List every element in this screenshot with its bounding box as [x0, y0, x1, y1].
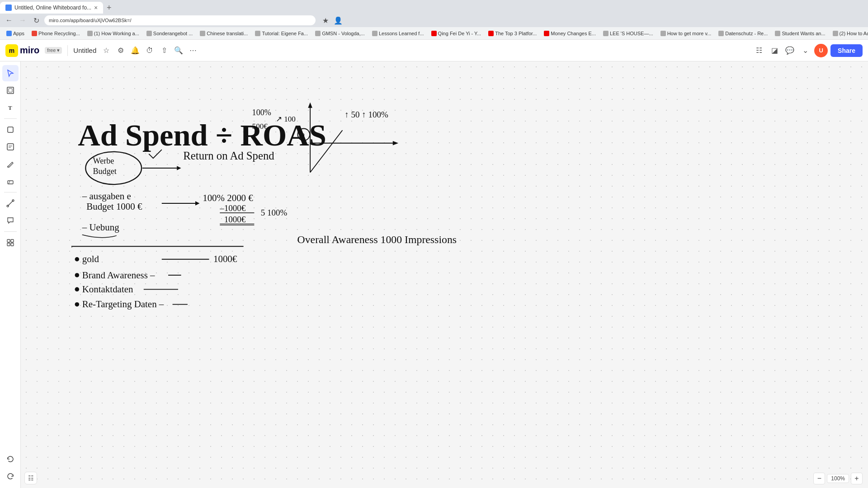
svg-text:– Uebung: – Uebung: [82, 222, 119, 233]
whiteboard-drawing: Ad Spend ÷ ROAS Werbe Budget Return on A…: [21, 61, 868, 488]
undo-tool[interactable]: [2, 451, 19, 467]
profile-btn[interactable]: 👤: [333, 15, 344, 26]
svg-text:– ausgaben e: – ausgaben e: [82, 191, 131, 202]
new-tab-btn[interactable]: +: [103, 2, 115, 14]
bookmark-gmsn[interactable]: GMSN - Vologda,...: [312, 30, 368, 37]
bookmark-btn[interactable]: ★: [320, 15, 331, 26]
pen-tool[interactable]: [2, 156, 19, 172]
export-btn[interactable]: ⇧: [158, 44, 170, 57]
svg-rect-4: [7, 144, 14, 150]
bookmark-money[interactable]: Money Changes E...: [541, 30, 599, 37]
svg-text:Re-Targeting Daten –: Re-Targeting Daten –: [82, 299, 164, 310]
board-title[interactable]: Untitled: [73, 47, 96, 54]
sticky-tool[interactable]: [2, 139, 19, 155]
zoom-plus-btn[interactable]: +: [851, 473, 863, 484]
svg-rect-0: [7, 87, 14, 94]
bookmark-icon: [200, 31, 205, 36]
text-tool[interactable]: T: [2, 99, 19, 116]
bookmark-apps[interactable]: Apps: [4, 30, 27, 37]
tab-bar: Untitled, Online Whiteboard fo... × +: [0, 0, 868, 14]
zoom-level-display[interactable]: 100%: [827, 474, 849, 483]
bookmark-top3[interactable]: The Top 3 Platfor...: [486, 30, 539, 37]
grid-view-btn[interactable]: ☷: [753, 44, 765, 57]
svg-text:T: T: [8, 104, 12, 111]
bookmark-howmore[interactable]: How to get more v...: [658, 30, 714, 37]
miro-logo[interactable]: m miro: [5, 44, 39, 57]
pages-control: ☷: [24, 472, 37, 484]
bookmark-sonder[interactable]: Sonderangebot ...: [144, 30, 195, 37]
tab-close-btn[interactable]: ×: [94, 4, 98, 11]
svg-marker-25: [195, 201, 200, 206]
svg-text:5 100%: 5 100%: [261, 208, 288, 217]
more-btn[interactable]: ⋯: [187, 44, 199, 57]
bookmark-icon: [87, 31, 93, 36]
collapse-btn[interactable]: ⌄: [799, 44, 811, 57]
bookmark-chinese[interactable]: Chinese translati...: [197, 30, 250, 37]
eraser-tool[interactable]: [2, 173, 19, 189]
reload-btn[interactable]: ↻: [31, 15, 42, 26]
user-avatar[interactable]: U: [814, 44, 828, 57]
bookmark-student[interactable]: Student Wants an...: [772, 30, 828, 37]
bookmark-howtoadd[interactable]: (2) How to Add ...: [830, 30, 868, 37]
frames-tool[interactable]: [2, 82, 19, 99]
chat-btn[interactable]: 💬: [783, 44, 796, 57]
bookmark-icon: [431, 31, 437, 36]
bookmark-icon: [775, 31, 780, 36]
forward-btn[interactable]: →: [17, 15, 28, 26]
toolbar-sep-2: [4, 192, 17, 192]
bookmark-lee[interactable]: LEE 'S HOUSE—...: [600, 30, 656, 37]
svg-point-38: [75, 273, 80, 277]
bookmark-icon: [255, 31, 260, 36]
miro-top-toolbar: m miro free ▾ Untitled ☆ ⚙ 🔔 ⏱ ⇧ 🔍 ⋯ ☷ ◪…: [0, 40, 868, 61]
redo-tool[interactable]: [2, 468, 19, 484]
svg-text:Return on Ad Spend: Return on Ad Spend: [183, 150, 274, 162]
zoom-minus-btn[interactable]: −: [813, 473, 825, 484]
apps-tool[interactable]: [2, 235, 19, 251]
url-text: miro.com/app/board/uXjVOw62BSk=/: [49, 18, 132, 23]
bell-btn[interactable]: 🔔: [129, 44, 142, 57]
bookmark-icon: [544, 31, 549, 36]
svg-text:Kontaktdaten: Kontaktdaten: [82, 284, 133, 295]
active-tab[interactable]: Untitled, Online Whiteboard fo... ×: [0, 2, 103, 14]
svg-text:↗ 100: ↗ 100: [276, 115, 296, 123]
bookmark-phone[interactable]: Phone Recycling...: [29, 30, 83, 37]
svg-point-34: [75, 257, 80, 262]
bookmark-datenschutz[interactable]: Datenschutz - Re...: [716, 30, 770, 37]
connector-tool[interactable]: [2, 195, 19, 211]
bookmark-icon: [146, 31, 152, 36]
bookmark-how[interactable]: (1) How Working a...: [85, 30, 142, 37]
miro-logo-text: miro: [20, 45, 39, 56]
svg-rect-5: [8, 181, 13, 184]
miro-app: m miro free ▾ Untitled ☆ ⚙ 🔔 ⏱ ⇧ 🔍 ⋯ ☷ ◪…: [0, 40, 868, 488]
free-badge[interactable]: free ▾: [45, 47, 62, 54]
cursor-tool[interactable]: [2, 65, 19, 81]
svg-marker-50: [393, 141, 398, 145]
draw-tool[interactable]: [2, 122, 19, 138]
pages-btn[interactable]: ☷: [24, 472, 37, 484]
url-bar[interactable]: miro.com/app/board/uXjVOw62BSk=/: [44, 15, 316, 25]
svg-text:Budget: Budget: [93, 167, 117, 176]
settings-btn[interactable]: ⚙: [114, 44, 127, 57]
bookmark-tutorial[interactable]: Tutorial: Eigene Fa...: [252, 30, 311, 37]
svg-text:–1000€: –1000€: [219, 203, 246, 213]
view-toggle-btn[interactable]: ◪: [768, 44, 781, 57]
svg-rect-11: [11, 239, 14, 242]
bookmark-lessons[interactable]: Lessons Learned f...: [369, 30, 427, 37]
title-star-btn[interactable]: ☆: [100, 44, 113, 57]
title-actions: ☆ ⚙ 🔔 ⏱ ⇧ 🔍 ⋯: [100, 44, 199, 57]
svg-text:500€: 500€: [252, 122, 268, 131]
miro-canvas[interactable]: Ad Spend ÷ ROAS Werbe Budget Return on A…: [21, 61, 868, 488]
bookmark-icon: [833, 31, 838, 36]
browser-chrome: Untitled, Online Whiteboard fo... × + ← …: [0, 0, 868, 27]
comment-tool[interactable]: [2, 212, 19, 229]
svg-text:50: 50: [298, 131, 305, 138]
bookmark-qing[interactable]: Qing Fei De Yi - Y...: [429, 30, 484, 37]
timer-btn[interactable]: ⏱: [143, 44, 156, 57]
bookmark-icon: [6, 31, 12, 36]
share-button[interactable]: Share: [830, 44, 863, 57]
svg-point-44: [75, 302, 80, 307]
svg-point-41: [75, 287, 80, 292]
back-btn[interactable]: ←: [4, 15, 14, 26]
search-btn[interactable]: 🔍: [172, 44, 185, 57]
svg-text:Werbe: Werbe: [93, 156, 114, 165]
